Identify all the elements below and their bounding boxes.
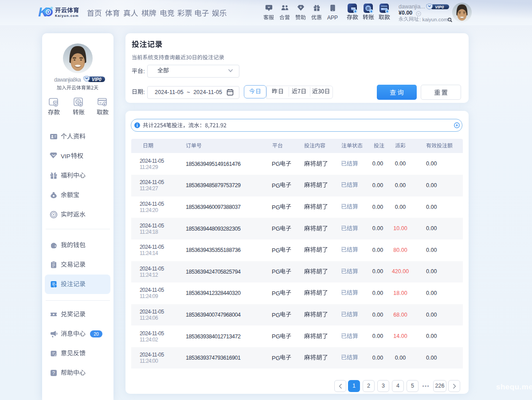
svg-text:?: ? bbox=[52, 370, 55, 376]
svg-text:VIP0: VIP0 bbox=[435, 5, 444, 9]
svg-text:VIP0: VIP0 bbox=[92, 77, 102, 82]
